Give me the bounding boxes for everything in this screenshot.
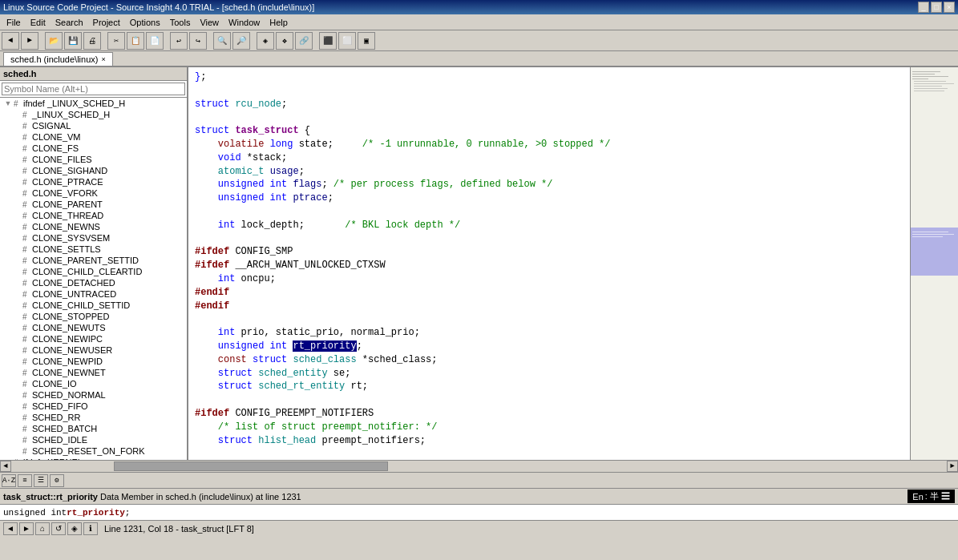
tree-item-10[interactable]: #CLONE_THREAD (0, 210, 187, 221)
tab-label: sched.h (include\linux) (10, 54, 98, 64)
svg-rect-8 (914, 88, 948, 89)
tree-item-23[interactable]: #CLONE_NEWPID (0, 356, 187, 367)
toolbar-button-9[interactable]: 📄 (146, 32, 164, 50)
menu-item-tools[interactable]: Tools (165, 17, 196, 28)
toolbar-button-15[interactable]: 🔎 (232, 32, 250, 50)
tree-item-8[interactable]: #CLONE_VFORK (0, 187, 187, 199)
menu-item-options[interactable]: Options (125, 17, 165, 28)
tree-item-32[interactable]: ▼#ifdef _KERNEL__ (0, 457, 187, 460)
hash-icon-13: # (22, 245, 30, 254)
toolbar-button-0[interactable]: ◄ (2, 32, 19, 50)
home-button[interactable]: ⌂ (35, 522, 50, 535)
minimap (910, 67, 958, 460)
tree-item-2[interactable]: #CSIGNAL (0, 120, 187, 131)
tree-label-3: CLONE_VM (32, 132, 81, 142)
tree-label-32: ifdef _KERNEL__ (23, 457, 92, 460)
minimize-button[interactable]: _ (918, 2, 929, 13)
tree-item-21[interactable]: #CLONE_NEWIPC (0, 333, 187, 344)
toolbar-button-11[interactable]: ↩ (170, 32, 188, 50)
close-button[interactable]: × (944, 2, 955, 13)
tree-item-31[interactable]: #SCHED_RESET_ON_FORK (0, 445, 187, 457)
tree-item-25[interactable]: #CLONE_IO (0, 378, 187, 389)
tree-item-29[interactable]: #SCHED_BATCH (0, 423, 187, 434)
panel-list-button[interactable]: ≡ (18, 474, 32, 487)
restore-button[interactable]: □ (931, 2, 942, 13)
menu-item-search[interactable]: Search (51, 17, 88, 28)
scroll-right-button[interactable]: ► (947, 461, 958, 472)
tree-item-22[interactable]: #CLONE_NEWUSER (0, 344, 187, 356)
menu-item-project[interactable]: Project (88, 17, 125, 28)
symbol-search-input[interactable] (2, 83, 185, 95)
panel-az-button[interactable]: A·Z (2, 474, 16, 487)
tree-item-5[interactable]: #CLONE_FILES (0, 154, 187, 165)
menu-item-help[interactable]: Help (265, 17, 293, 28)
tree-item-12[interactable]: #CLONE_SYSVSEM (0, 232, 187, 244)
file-tab[interactable]: sched.h (include\linux) × (3, 52, 113, 66)
tree-item-30[interactable]: #SCHED_IDLE (0, 434, 187, 445)
menu-item-view[interactable]: View (195, 17, 224, 28)
info-button[interactable]: ℹ (83, 522, 98, 535)
tree-item-7[interactable]: #CLONE_PTRACE (0, 176, 187, 187)
tree-item-1[interactable]: #_LINUX_SCHED_H (0, 109, 187, 120)
tree-item-0[interactable]: ▼#ifndef _LINUX_SCHED_H (0, 98, 187, 109)
panel-settings-button[interactable]: ⚙ (50, 474, 64, 487)
tree-label-5: CLONE_FILES (32, 155, 92, 164)
hash-icon-1: # (22, 111, 30, 119)
tree-item-9[interactable]: #CLONE_PARENT (0, 199, 187, 210)
menu-item-window[interactable]: Window (224, 17, 265, 28)
toolbar-button-19[interactable]: 🔗 (295, 32, 313, 50)
toolbar-button-12[interactable]: ↪ (189, 32, 207, 50)
tree-item-4[interactable]: #CLONE_FS (0, 143, 187, 154)
hash-icon-20: # (22, 324, 30, 332)
tree-container[interactable]: ▼#ifndef _LINUX_SCHED_H#_LINUX_SCHED_H#C… (0, 98, 187, 460)
toolbar-button-4[interactable]: 💾 (64, 32, 82, 50)
tree-item-6[interactable]: #CLONE_SIGHAND (0, 165, 187, 176)
toolbar-button-5[interactable]: 🖨 (83, 32, 101, 50)
highlighted-symbol: rt_priority (67, 508, 125, 518)
menu-item-file[interactable]: File (2, 17, 26, 28)
menu-item-edit[interactable]: Edit (26, 17, 51, 28)
toolbar-button-18[interactable]: ❖ (276, 32, 293, 50)
scrollbar-thumb[interactable] (114, 461, 388, 471)
scrollbar-track[interactable] (22, 461, 936, 471)
tree-item-3[interactable]: #CLONE_VM (0, 131, 187, 143)
toolbar-button-8[interactable]: 📋 (127, 32, 144, 50)
tree-item-26[interactable]: #SCHED_NORMAL (0, 389, 187, 401)
tree-label-28: SCHED_RR (32, 413, 81, 422)
toolbar-button-22[interactable]: ⬜ (338, 32, 356, 50)
tree-label-22: CLONE_NEWUSER (32, 345, 112, 355)
tree-item-17[interactable]: #CLONE_UNTRACED (0, 288, 187, 300)
toolbar-button-21[interactable]: ⬛ (319, 32, 337, 50)
toolbar-button-1[interactable]: ► (21, 32, 38, 50)
tree-item-20[interactable]: #CLONE_NEWUTS (0, 322, 187, 333)
toolbar-button-23[interactable]: ▣ (358, 32, 375, 50)
code-prefix: unsigned int (3, 508, 67, 518)
toolbar-button-17[interactable]: ◈ (257, 32, 274, 50)
expand-icon-0: ▼ (3, 99, 13, 108)
tree-item-11[interactable]: #CLONE_NEWNS (0, 221, 187, 232)
tree-item-24[interactable]: #CLONE_NEWNET (0, 367, 187, 378)
toolbar-button-3[interactable]: 📂 (45, 32, 63, 50)
toolbar-button-7[interactable]: ✂ (107, 32, 125, 50)
code-area[interactable]: }; struct rcu_node; struct task_struct {… (188, 67, 910, 460)
hash-icon-9: # (22, 200, 30, 209)
tree-item-13[interactable]: #CLONE_SETTLS (0, 244, 187, 255)
horizontal-scrollbar[interactable]: ◄ ► (0, 460, 958, 472)
tree-item-16[interactable]: #CLONE_DETACHED (0, 277, 187, 288)
bookmark-button[interactable]: ◈ (67, 522, 82, 535)
tree-label-4: CLONE_FS (32, 143, 79, 153)
refresh-button[interactable]: ↺ (51, 522, 66, 535)
tree-item-28[interactable]: #SCHED_RR (0, 412, 187, 423)
tree-item-19[interactable]: #CLONE_STOPPED (0, 311, 187, 322)
tab-close-button[interactable]: × (101, 55, 105, 63)
panel-menu-button[interactable]: ☰ (34, 474, 48, 487)
tree-label-14: CLONE_PARENT_SETTID (32, 256, 139, 265)
tree-item-15[interactable]: #CLONE_CHILD_CLEARTID (0, 266, 187, 277)
tree-item-14[interactable]: #CLONE_PARENT_SETTID (0, 255, 187, 266)
nav-forward-button[interactable]: ► (19, 522, 34, 535)
toolbar-button-14[interactable]: 🔍 (213, 32, 231, 50)
tree-item-18[interactable]: #CLONE_CHILD_SETTID (0, 300, 187, 311)
tree-item-27[interactable]: #SCHED_FIFO (0, 401, 187, 412)
scroll-left-button[interactable]: ◄ (0, 461, 11, 472)
nav-back-button[interactable]: ◄ (3, 522, 18, 535)
